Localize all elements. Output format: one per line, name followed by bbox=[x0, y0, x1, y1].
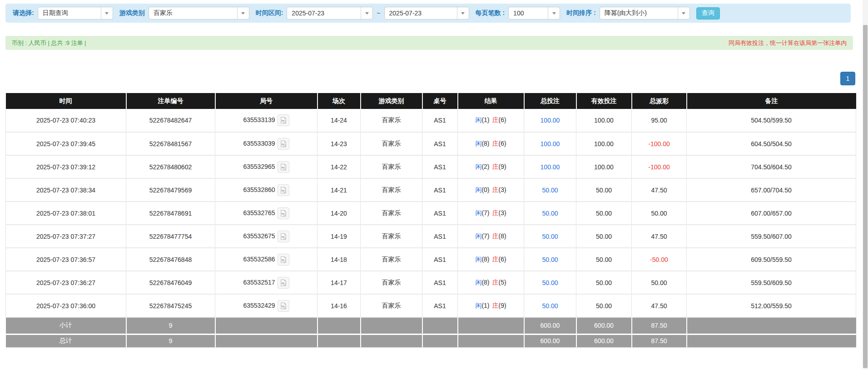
cell-round-id: 635532429 bbox=[215, 294, 317, 317]
result-player-value: (1) bbox=[481, 302, 489, 309]
result-banker-label: 庄 bbox=[492, 302, 499, 309]
cell-table-no: AS1 bbox=[422, 155, 458, 178]
cell-time: 2025-07-23 07:36:57 bbox=[6, 248, 126, 271]
cell-total-bet: 50.00 bbox=[524, 294, 576, 317]
grand-total-payout: 87.50 bbox=[632, 334, 687, 348]
result-player-label: 闲 bbox=[475, 163, 481, 170]
page-size-select[interactable]: 100 bbox=[508, 7, 560, 20]
total-bet-link[interactable]: 50.00 bbox=[542, 256, 558, 263]
cell-round-id: 635532517 bbox=[215, 271, 317, 294]
video-replay-button[interactable] bbox=[278, 231, 289, 242]
result-player-value: (8) bbox=[481, 256, 489, 263]
cell-table-no: AS1 bbox=[422, 294, 458, 317]
video-replay-button[interactable] bbox=[278, 184, 289, 196]
column-header: 总投注 bbox=[524, 93, 576, 109]
result-banker-value: (6) bbox=[499, 256, 506, 263]
cell-time: 2025-07-23 07:39:45 bbox=[6, 132, 126, 155]
page-size-value: 100 bbox=[509, 10, 548, 17]
cell-table-no: AS1 bbox=[422, 202, 458, 225]
round-number: 635532860 bbox=[243, 186, 275, 193]
pagination-page-1[interactable]: 1 bbox=[840, 72, 855, 85]
date-to-select[interactable]: 2025-07-23 bbox=[384, 7, 469, 20]
query-type-select[interactable]: 日期查询 bbox=[38, 7, 113, 20]
cell-session: 14-16 bbox=[317, 294, 361, 317]
cell-remark: 504.50/599.50 bbox=[687, 109, 856, 132]
sort-order-select[interactable]: 降冪(由大到小) bbox=[600, 7, 690, 20]
cell-bet-id: 522678478691 bbox=[126, 202, 215, 225]
video-file-icon bbox=[280, 279, 287, 286]
total-bet-link[interactable]: 100.00 bbox=[541, 140, 560, 148]
cell-total-bet: 50.00 bbox=[524, 178, 576, 202]
scrollbar-thumb[interactable] bbox=[863, 25, 868, 368]
result-player-label: 闲 bbox=[475, 186, 481, 193]
cell-bet-id: 522678476848 bbox=[126, 248, 215, 271]
total-bet-link[interactable]: 100.00 bbox=[541, 117, 560, 124]
cell-payout: -100.00 bbox=[632, 132, 687, 155]
cell-valid-bet: 50.00 bbox=[576, 202, 632, 225]
subtotal-total-bet: 600.00 bbox=[524, 317, 576, 334]
cell-session: 14-24 bbox=[317, 109, 361, 132]
notice-text: 同局有效投注，统一计算在该局第一张注单内 bbox=[729, 39, 847, 47]
cell-result: 闲(2)庄(9) bbox=[458, 155, 524, 178]
cell-game-type: 百家乐 bbox=[361, 155, 422, 178]
column-header: 结果 bbox=[458, 93, 524, 109]
cell-time: 2025-07-23 07:36:00 bbox=[6, 294, 126, 317]
result-player-value: (7) bbox=[481, 209, 489, 216]
date-from-select[interactable]: 2025-07-23 bbox=[287, 7, 373, 20]
result-player-value: (8) bbox=[481, 140, 489, 147]
result-player-label: 闲 bbox=[475, 279, 481, 286]
cell-payout: 47.50 bbox=[632, 294, 687, 317]
cell-round-id: 635532860 bbox=[215, 178, 317, 202]
cell-valid-bet: 50.00 bbox=[576, 225, 632, 248]
cell-total-bet: 100.00 bbox=[524, 155, 576, 178]
cell-payout: -100.00 bbox=[632, 155, 687, 178]
cell-payout: 47.50 bbox=[632, 178, 687, 202]
cell-remark: 559.50/609.50 bbox=[687, 271, 856, 294]
vertical-scrollbar[interactable] bbox=[863, 0, 868, 369]
chevron-down-icon bbox=[457, 7, 469, 19]
round-number: 635532965 bbox=[243, 162, 275, 170]
cell-payout: 50.00 bbox=[632, 202, 687, 225]
video-replay-button[interactable] bbox=[278, 277, 289, 289]
cell-result: 闲(1)庄(6) bbox=[458, 109, 524, 132]
cell-payout: 50.00 bbox=[632, 271, 687, 294]
game-type-select[interactable]: 百家乐 bbox=[149, 7, 249, 20]
filter-label-time-range: 时间区间: bbox=[256, 9, 283, 17]
filter-label-game-type: 游戏类别 bbox=[119, 9, 145, 17]
total-bet-link[interactable]: 50.00 bbox=[542, 302, 558, 310]
result-banker-value: (3) bbox=[499, 209, 506, 216]
result-player-label: 闲 bbox=[475, 256, 481, 263]
video-replay-button[interactable] bbox=[278, 207, 289, 219]
total-bet-link[interactable]: 50.00 bbox=[542, 210, 558, 217]
result-banker-label: 庄 bbox=[492, 209, 499, 216]
total-bet-link[interactable]: 50.00 bbox=[542, 279, 558, 286]
result-player-value: (1) bbox=[481, 116, 489, 123]
video-replay-button[interactable] bbox=[278, 254, 289, 266]
grand-total-total-bet: 600.00 bbox=[524, 334, 576, 348]
cell-time: 2025-07-23 07:37:27 bbox=[6, 225, 126, 248]
chevron-down-icon bbox=[548, 7, 560, 19]
cell-valid-bet: 50.00 bbox=[576, 271, 632, 294]
total-bet-link[interactable]: 50.00 bbox=[542, 187, 558, 194]
column-header: 局号 bbox=[215, 93, 317, 109]
table-body: 2025-07-23 07:40:23 522678482647 6355331… bbox=[6, 109, 856, 317]
video-replay-button[interactable] bbox=[278, 114, 289, 126]
total-bet-link[interactable]: 100.00 bbox=[541, 163, 560, 171]
round-number: 635532675 bbox=[243, 232, 275, 239]
cell-result: 闲(8)庄(5) bbox=[458, 271, 524, 294]
cell-remark: 657.00/704.50 bbox=[687, 178, 856, 202]
video-replay-button[interactable] bbox=[278, 161, 289, 173]
result-banker-label: 庄 bbox=[492, 140, 499, 147]
video-replay-button[interactable] bbox=[278, 138, 289, 150]
cell-remark: 604.50/504.50 bbox=[687, 132, 856, 155]
table-row: 2025-07-23 07:36:00 522678475245 6355324… bbox=[6, 294, 856, 317]
cell-game-type: 百家乐 bbox=[361, 202, 422, 225]
video-replay-button[interactable] bbox=[278, 300, 289, 312]
cell-round-id: 635533139 bbox=[215, 109, 317, 132]
cell-bet-id: 522678481567 bbox=[126, 132, 215, 155]
total-bet-link[interactable]: 50.00 bbox=[542, 233, 558, 240]
table-row: 2025-07-23 07:40:23 522678482647 6355331… bbox=[6, 109, 856, 132]
cell-payout: 47.50 bbox=[632, 225, 687, 248]
search-button[interactable]: 查询 bbox=[696, 7, 720, 20]
subtotal-row: 小计 9 600.00 600.00 87.50 bbox=[6, 317, 856, 334]
